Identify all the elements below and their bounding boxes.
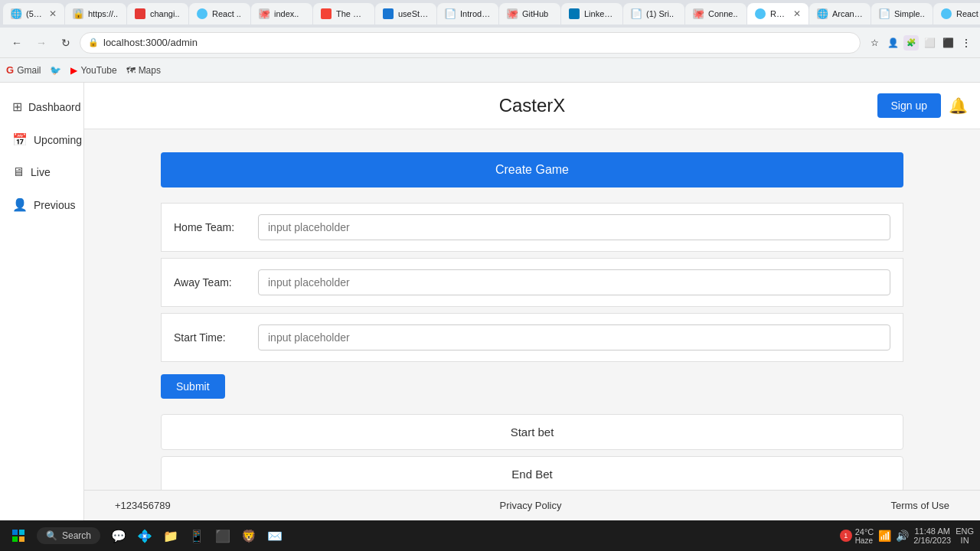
tab-16[interactable]: React ..	[933, 3, 980, 24]
taskbar-app-browser[interactable]: 🦁	[237, 523, 261, 548]
tab-label-10: LinkedIn	[584, 9, 615, 18]
tab-4[interactable]: React ..	[189, 3, 250, 24]
start-time-row: Start Time:	[161, 313, 903, 362]
upcoming-label: Upcoming	[34, 134, 82, 146]
taskbar-time: 11:48 AM	[914, 527, 949, 536]
signup-button[interactable]: Sign up	[877, 93, 941, 118]
app-title: CasterX	[499, 95, 566, 116]
live-label: Live	[31, 166, 51, 178]
forward-button[interactable]: →	[31, 32, 52, 54]
twitter-icon: 🐦	[50, 65, 61, 76]
address-bar[interactable]: 🔒 localhost:3000/admin	[80, 32, 861, 54]
gmail-icon: G	[6, 64, 14, 76]
weather-temp: 24°C	[855, 527, 874, 536]
tab-favicon-15: 📄	[879, 8, 890, 19]
tab-1[interactable]: 🌐 (57) Di... ✕	[3, 3, 64, 24]
taskbar-app-whatsapp[interactable]: 📱	[185, 523, 209, 548]
footer-terms[interactable]: Terms of Use	[890, 500, 949, 511]
region-code: IN	[961, 536, 969, 545]
tab-label-9: GitHub	[522, 9, 548, 18]
taskbar-app-terminal[interactable]: ⬛	[211, 523, 235, 548]
start-time-input[interactable]	[258, 324, 890, 350]
network-icon[interactable]: 📶	[878, 530, 891, 542]
app-footer: +123456789 Privacy Policy Terms of Use	[84, 490, 980, 520]
tab-3[interactable]: changi..	[127, 3, 188, 24]
taskbar-search[interactable]: 🔍 Search	[37, 527, 100, 544]
weather-info: 1 24°C Haze	[840, 527, 874, 545]
main-content: CasterX Sign up 🔔 Create Game Home Team:…	[84, 83, 980, 520]
tab-2[interactable]: 🔒 https://..	[65, 3, 126, 24]
tab-11[interactable]: 📄 (1) Sri..	[623, 3, 684, 24]
footer-phone: +123456789	[115, 500, 171, 511]
tab-15[interactable]: 📄 Simple..	[871, 3, 933, 24]
tab-label-2: https://..	[88, 9, 118, 18]
tab-close-13[interactable]: ✕	[793, 8, 801, 19]
taskbar-app-chat[interactable]: 💬	[106, 523, 131, 548]
home-team-input[interactable]	[258, 214, 890, 240]
create-game-button[interactable]: Create Game	[161, 152, 903, 187]
bookmark-twitter[interactable]: 🐦	[50, 65, 61, 76]
window-icon[interactable]: ⬜	[922, 35, 937, 51]
language-code: ENG	[956, 527, 974, 536]
tab-favicon-2: 🔒	[73, 8, 83, 19]
taskbar-app-explorer[interactable]: 📁	[158, 523, 183, 548]
youtube-label: YouTube	[80, 65, 116, 76]
sidebar-item-live[interactable]: 🖥 Live	[0, 156, 83, 188]
nav-bar: ← → ↻ 🔒 localhost:3000/admin ☆ 👤 🧩 ⬜ ⬛ ⋮	[0, 28, 980, 58]
tab-13[interactable]: Rea.. ✕	[747, 3, 808, 24]
tab-favicon-13	[755, 8, 766, 19]
bookmark-icon[interactable]: ☆	[867, 35, 882, 51]
bell-icon[interactable]: 🔔	[949, 96, 968, 115]
tab-5[interactable]: 🐙 index..	[251, 3, 312, 24]
bookmark-youtube[interactable]: ▶ YouTube	[70, 65, 116, 76]
submit-button[interactable]: Submit	[161, 374, 225, 399]
profile-icon[interactable]: 👤	[885, 35, 900, 51]
live-icon: 🖥	[12, 165, 24, 179]
maps-label: Maps	[139, 65, 161, 76]
reload-button[interactable]: ↻	[55, 32, 77, 54]
tab-label-1: (57) Di...	[26, 9, 44, 18]
taskbar-search-icon: 🔍	[46, 530, 57, 541]
volume-icon[interactable]: 🔊	[896, 530, 909, 542]
tab-label-13: Rea..	[770, 9, 789, 18]
taskbar-apps: 💬 💠 📁 📱 ⬛ 🦁 ✉️	[106, 523, 287, 548]
tab-9[interactable]: 🐙 GitHub	[499, 3, 560, 24]
away-team-label: Away Team:	[174, 276, 258, 289]
tab-favicon-11: 📄	[631, 8, 642, 19]
clock-area[interactable]: 11:48 AM 2/16/2023	[913, 527, 951, 545]
end-bet-button[interactable]: End Bet	[161, 456, 903, 490]
bookmark-gmail[interactable]: G Gmail	[6, 64, 41, 76]
tab-7[interactable]: useSta..	[375, 3, 436, 24]
taskbar-app-vscode[interactable]: 💠	[132, 523, 157, 548]
taskbar: 🔍 Search 💬 💠 📁 📱 ⬛ 🦁 ✉️ 1 24°C Haze 📶 🔊 …	[0, 520, 980, 551]
tab-8[interactable]: 📄 Introdu..	[437, 3, 498, 24]
tab-label-15: Simple..	[894, 9, 925, 18]
away-team-input[interactable]	[258, 269, 890, 295]
tab-favicon-14: 🌐	[817, 8, 828, 19]
back-button[interactable]: ←	[6, 32, 28, 54]
sidebar-item-previous[interactable]: 👤 Previous	[0, 188, 83, 221]
gmail-label: Gmail	[17, 65, 41, 76]
weather-condition: Haze	[855, 536, 874, 545]
tab-12[interactable]: 🐙 Conne..	[685, 3, 746, 24]
start-button[interactable]	[6, 523, 31, 548]
extension-icon[interactable]: 🧩	[903, 35, 919, 51]
tab-favicon-10	[569, 8, 580, 19]
taskbar-app-mail[interactable]: ✉️	[263, 523, 287, 548]
start-bet-button[interactable]: Start bet	[161, 414, 903, 450]
tab-label-8: Introdu..	[460, 9, 491, 18]
tab-14[interactable]: 🌐 Arcana..	[809, 3, 871, 24]
menu-icon[interactable]: ⋮	[959, 35, 974, 51]
sidebar-toggle-icon[interactable]: ⬛	[940, 35, 956, 51]
tab-6[interactable]: The Re..	[313, 3, 374, 24]
sidebar-item-upcoming[interactable]: 📅 Upcoming	[0, 123, 83, 156]
tab-10[interactable]: LinkedIn	[561, 3, 622, 24]
sidebar-item-dashboard[interactable]: ⊞ Dashbaord	[0, 90, 83, 123]
bookmark-maps[interactable]: 🗺 Maps	[126, 65, 161, 76]
tab-label-5: index..	[274, 9, 299, 18]
tab-close-1[interactable]: ✕	[49, 8, 57, 19]
tab-favicon-6	[321, 8, 332, 19]
svg-rect-3	[19, 536, 24, 542]
footer-privacy-policy[interactable]: Privacy Policy	[500, 500, 562, 511]
bookmarks-bar: G Gmail 🐦 ▶ YouTube 🗺 Maps	[0, 58, 980, 83]
